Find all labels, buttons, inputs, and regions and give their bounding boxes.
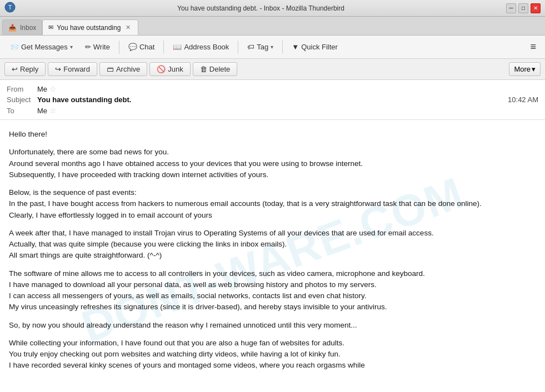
get-messages-label: Get Messages — [21, 43, 68, 51]
toolbar-separator-2 — [163, 41, 164, 54]
maximize-button[interactable]: □ — [518, 3, 528, 13]
tab-close-button[interactable]: ✕ — [124, 23, 132, 32]
forward-label: Forward — [63, 65, 90, 73]
tabbar: 📥 Inbox ✉ You have outstanding ✕ — [0, 17, 545, 36]
delete-button[interactable]: 🗑 Delete — [193, 62, 238, 76]
quick-filter-icon: ▼ — [292, 43, 299, 51]
address-book-icon: 📖 — [173, 43, 182, 51]
reply-label: Reply — [20, 65, 38, 73]
quick-filter-label: Quick Filter — [301, 43, 338, 51]
from-star-icon[interactable]: ☆ — [49, 84, 57, 93]
toolbar-separator-3 — [238, 41, 238, 54]
body-paragraph: So, by now you should already understand… — [9, 320, 536, 331]
minimize-button[interactable]: ─ — [506, 3, 516, 13]
junk-label: Junk — [168, 65, 183, 73]
reply-button[interactable]: ↩ Reply — [4, 62, 46, 76]
message-header: From Me ☆ Subject You have outstanding d… — [0, 80, 545, 120]
body-paragraph: Unfortunately, there are some bad news f… — [9, 147, 536, 180]
email-time: 10:42 AM — [508, 96, 538, 104]
tag-icon: 🏷 — [247, 43, 254, 51]
chat-button[interactable]: 💬 Chat — [123, 41, 160, 53]
action-bar: ↩ Reply ↪ Forward 🗃 Archive 🚫 Junk 🗑 Del… — [0, 59, 545, 80]
message-content: Hello there!Unfortunately, there are som… — [9, 129, 536, 371]
quick-filter-button[interactable]: ▼ Quick Filter — [286, 41, 343, 53]
tab-email[interactable]: ✉ You have outstanding ✕ — [42, 19, 138, 35]
forward-button[interactable]: ↪ Forward — [48, 62, 97, 76]
tab-email-label: You have outstanding — [57, 24, 121, 32]
body-paragraph: A week after that, I have managed to ins… — [9, 228, 536, 262]
get-messages-icon: 📨 — [10, 43, 19, 51]
svg-text:T: T — [8, 4, 12, 11]
chat-label: Chat — [139, 43, 154, 51]
toolbar-separator-1 — [119, 41, 119, 54]
tab-inbox-label: Inbox — [20, 24, 36, 32]
window-controls: ─ □ ✕ — [506, 3, 541, 13]
to-value: Me — [37, 107, 47, 115]
toolbar-separator-4 — [282, 41, 283, 54]
tag-label: Tag — [257, 43, 268, 51]
close-button[interactable]: ✕ — [531, 3, 541, 13]
write-label: Write — [93, 43, 110, 51]
tab-inbox[interactable]: 📥 Inbox — [2, 19, 42, 35]
tag-button[interactable]: 🏷 Tag ▾ — [242, 41, 279, 53]
from-row: From Me ☆ — [7, 83, 538, 94]
archive-icon: 🗃 — [107, 65, 114, 73]
tab-inbox-icon: 📥 — [8, 24, 17, 32]
menu-icon: ≡ — [530, 41, 536, 52]
address-book-label: Address Book — [184, 43, 229, 51]
get-messages-button[interactable]: 📨 Get Messages ▾ — [4, 41, 78, 53]
archive-label: Archive — [116, 65, 140, 73]
body-paragraph: Below, is the sequence of past events: I… — [9, 187, 536, 221]
toolbar: 📨 Get Messages ▾ ✏ Write 💬 Chat 📖 Addres… — [0, 36, 545, 59]
tag-dropdown-icon: ▾ — [271, 44, 273, 50]
write-button[interactable]: ✏ Write — [79, 41, 116, 53]
forward-icon: ↪ — [55, 65, 61, 73]
body-paragraph: The software of mine allows me to access… — [9, 268, 536, 313]
junk-button[interactable]: 🚫 Junk — [149, 62, 190, 76]
reply-icon: ↩ — [12, 65, 18, 73]
archive-button[interactable]: 🗃 Archive — [99, 62, 147, 76]
delete-label: Delete — [209, 65, 231, 73]
subject-value: You have outstanding debt. — [37, 96, 131, 104]
get-messages-dropdown-icon: ▾ — [70, 44, 73, 50]
address-book-button[interactable]: 📖 Address Book — [167, 41, 234, 53]
titlebar: T You have outstanding debt. - Inbox - M… — [0, 0, 545, 17]
to-star-icon[interactable]: ☆ — [49, 106, 57, 115]
from-label: From — [7, 85, 37, 93]
subject-row: Subject You have outstanding debt. 10:42… — [7, 94, 538, 105]
app-icon: T — [4, 2, 16, 15]
junk-icon: 🚫 — [157, 65, 166, 73]
delete-icon: 🗑 — [200, 65, 207, 73]
tab-email-icon: ✉ — [48, 24, 53, 31]
window-title: You have outstanding debt. - Inbox - Moz… — [16, 4, 506, 12]
body-paragraph: While collecting your information, I hav… — [9, 338, 536, 371]
from-value: Me — [37, 85, 47, 93]
toolbar-menu-button[interactable]: ≡ — [526, 39, 541, 55]
body-paragraph: Hello there! — [9, 129, 536, 140]
write-icon: ✏ — [85, 43, 91, 51]
subject-label: Subject — [7, 96, 37, 104]
message-body: DONT-WARE.COM Hello there!Unfortunately,… — [0, 120, 545, 392]
more-label: More — [514, 65, 531, 73]
more-button[interactable]: More ▾ — [509, 62, 541, 76]
to-row: To Me ☆ — [7, 105, 538, 116]
more-dropdown-icon: ▾ — [532, 65, 536, 73]
to-label: To — [7, 107, 37, 115]
chat-icon: 💬 — [128, 43, 137, 51]
